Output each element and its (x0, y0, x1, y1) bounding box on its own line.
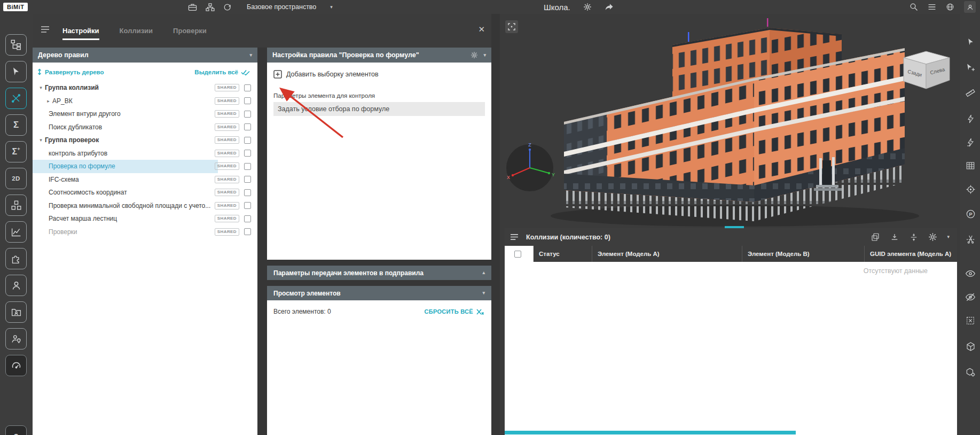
tree-item-collision-group[interactable]: ▾ Группа коллизий SHARED (33, 81, 257, 95)
list-view-icon[interactable] (928, 3, 936, 11)
settings-gear-icon[interactable] (583, 3, 592, 11)
user-profile-icon[interactable] (964, 1, 976, 13)
row-checkbox[interactable] (244, 163, 251, 170)
column-header-element-b[interactable]: Элемент (Модель B) (742, 246, 865, 262)
model-cube-tool[interactable] (964, 340, 977, 353)
expand-arrow-icon[interactable]: ▾ (37, 137, 45, 143)
column-header-element-a[interactable]: Элемент (Модель A) (592, 246, 742, 262)
sync-globe-icon[interactable] (223, 3, 232, 11)
view-2d-tool[interactable]: 2D (5, 168, 27, 189)
formula-condition-field[interactable]: Задать условие отбора по формуле (273, 102, 485, 116)
tab-checks[interactable]: Проверки (173, 27, 207, 40)
axis-gizmo[interactable]: Z X Y (502, 140, 558, 196)
row-checkbox[interactable] (244, 97, 251, 104)
row-checkbox[interactable] (244, 189, 251, 196)
search-icon[interactable] (910, 3, 918, 11)
settings-gear-icon[interactable] (928, 232, 937, 242)
expand-arrow-icon[interactable]: ▾ (37, 85, 45, 90)
user-location-tool[interactable] (5, 328, 27, 349)
view-elements-header[interactable]: Просмотр элементов ▾ (267, 286, 491, 300)
tab-settings[interactable]: Настройки (62, 27, 99, 40)
select-all-checkbox[interactable] (514, 251, 521, 258)
tree-item-min-area[interactable]: Проверка минимальной свободной площади с… (33, 199, 257, 213)
rule-settings-gear-icon[interactable] (471, 51, 478, 59)
transfer-params-header[interactable]: Параметры передачи элементов в подправил… (267, 266, 491, 280)
model-tree-tool[interactable] (5, 34, 27, 56)
quick-action-alt-tool[interactable] (964, 136, 977, 149)
tree-item-attr-control[interactable]: контроль атрибутов SHARED (33, 147, 257, 160)
focus-target-tool[interactable] (964, 183, 977, 196)
export-download-icon[interactable] (890, 232, 899, 242)
measure-ruler-tool[interactable] (964, 87, 977, 99)
row-checkbox[interactable] (244, 202, 251, 209)
rules-tree-header[interactable]: Дерево правил ▾ (33, 48, 257, 63)
sum-tool[interactable]: Σ (5, 114, 27, 136)
tree-item-ifc-schema[interactable]: IFC-схема SHARED (33, 173, 257, 187)
select-all-link[interactable]: Выделить всё (194, 69, 250, 75)
clash-detection-tool[interactable] (5, 88, 27, 109)
shared-badge: SHARED (215, 110, 239, 118)
select-cursor-tool[interactable] (964, 35, 977, 48)
quick-action-tool[interactable] (964, 112, 977, 125)
column-header-status[interactable]: Статус (534, 246, 592, 262)
add-selection-tool[interactable] (964, 61, 977, 74)
grid-table-tool[interactable] (964, 159, 977, 172)
tree-item-checks-group[interactable]: ▾ Группа проверок SHARED (33, 134, 257, 147)
tree-item-duplicates[interactable]: Поиск дубликатов SHARED (33, 121, 257, 134)
chevron-down-icon[interactable]: ▾ (330, 5, 333, 10)
fit-rows-icon[interactable] (909, 232, 919, 242)
tab-collisions[interactable]: Коллизии (120, 27, 153, 40)
parking-plan-tool[interactable]: P (964, 207, 977, 220)
tree-item-ar-vk[interactable]: ▸ АР_ВК SHARED (33, 95, 257, 108)
tree-item-stairs[interactable]: Расчет марша лестниц SHARED (33, 212, 257, 226)
panel-menu-icon[interactable] (510, 234, 519, 240)
tree-item-element-inside[interactable]: Элемент внтури другого SHARED (33, 107, 257, 121)
sum-add-tool[interactable]: Σ+ (5, 141, 27, 162)
row-checkbox[interactable] (244, 150, 251, 157)
tree-item-coords[interactable]: Соотносимость координат SHARED (33, 186, 257, 199)
z-axis-label: Z (528, 142, 531, 147)
select-cursor-tool[interactable] (5, 61, 27, 82)
rule-settings-header[interactable]: Настройка правила "Проверка по формуле" … (267, 48, 491, 63)
panel-menu-icon[interactable] (41, 26, 50, 33)
analytics-chart-tool[interactable] (5, 221, 27, 243)
row-checkbox[interactable] (244, 137, 251, 144)
shared-folder-tool[interactable] (5, 301, 27, 323)
deselect-square-tool[interactable] (964, 314, 977, 327)
model-blocks-tool[interactable] (5, 195, 27, 216)
collapse-chevron-icon[interactable]: ▾ (947, 235, 950, 239)
panel-resize-handle[interactable] (725, 226, 744, 228)
time-globe-icon[interactable] (946, 3, 954, 11)
row-checkbox[interactable] (244, 228, 251, 235)
control-params-label: Параметры элемента для контроля (273, 92, 485, 99)
expand-tree-link[interactable]: Развернуть дерево (37, 68, 104, 75)
tree-item-checks[interactable]: Проверки SHARED (33, 226, 257, 239)
plugins-puzzle-tool[interactable] (5, 248, 27, 269)
user-tool[interactable] (5, 275, 27, 296)
dashboard-gauge-tool[interactable] (5, 355, 27, 376)
collapse-arrow-icon[interactable]: ▸ (44, 98, 52, 104)
row-checkbox[interactable] (244, 176, 251, 183)
column-header-guid[interactable]: GUID элемента (Модель A) (865, 246, 957, 262)
help-button[interactable]: ? (5, 425, 27, 435)
reset-all-link[interactable]: СБРОСИТЬ ВСЁ (424, 308, 484, 315)
row-checkbox[interactable] (244, 123, 251, 130)
structure-nodes-icon[interactable] (206, 3, 215, 11)
section-cut-tool[interactable] (964, 232, 977, 245)
share-forward-icon[interactable] (605, 3, 614, 11)
close-panel-button[interactable]: ✕ (478, 25, 485, 34)
view-cube[interactable]: Сзади Слева (896, 45, 956, 91)
visibility-off-tool[interactable] (964, 291, 977, 304)
duplicate-cards-icon[interactable] (871, 232, 880, 242)
workspace-selector[interactable]: Базовое пространство ▾ (247, 0, 333, 14)
model-cube-settings-tool[interactable] (964, 366, 977, 378)
zoom-fit-button[interactable] (505, 20, 518, 33)
visibility-tool[interactable] (964, 267, 977, 280)
row-checkbox[interactable] (244, 84, 251, 91)
workspace-case-icon[interactable] (188, 3, 197, 11)
row-checkbox[interactable] (244, 215, 251, 222)
add-selection-button[interactable]: Добавить выборку элементов (267, 63, 491, 79)
app-logo[interactable]: BiMiT (3, 3, 28, 11)
tree-item-formula-check[interactable]: Проверка по формуле SHARED (33, 160, 257, 173)
row-checkbox[interactable] (244, 111, 251, 118)
